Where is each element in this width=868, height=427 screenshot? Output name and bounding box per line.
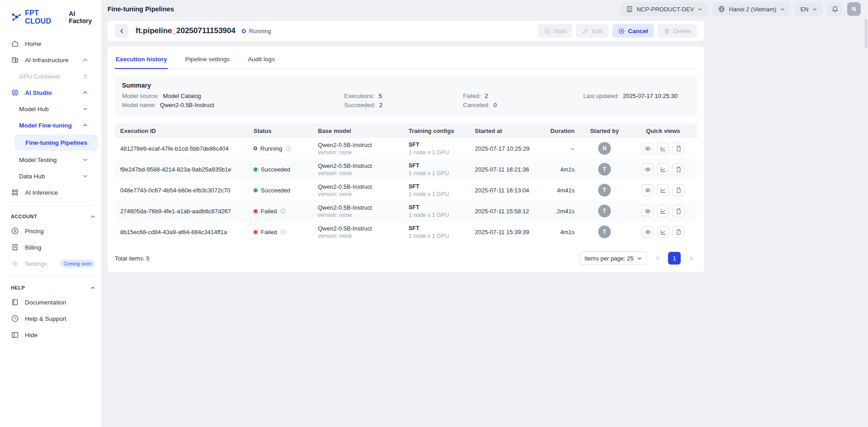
col-training-configs: Training configs: [403, 123, 469, 138]
tab-pipeline-settings[interactable]: Pipeline settings: [184, 51, 230, 69]
view-metrics-button[interactable]: [657, 163, 669, 175]
language-dropdown[interactable]: EN: [795, 2, 823, 16]
table-row[interactable]: 274605da-76b9-4fe1-a1ab-aadb6c87d267 Fai…: [115, 201, 697, 221]
user-avatar[interactable]: N: [847, 2, 861, 16]
table-row[interactable]: 481278e9-ecaf-47fe-b1cd-5bb7de86c404 Run…: [115, 138, 697, 159]
sidebar-item-hide[interactable]: Hide: [0, 327, 102, 343]
sidebar-item-home[interactable]: Home: [0, 35, 102, 52]
sidebar-item-gpu-container[interactable]: GPU Container: [0, 68, 102, 84]
summary-col-model: Model source: Model Catalog Model name: …: [122, 92, 344, 110]
info-icon[interactable]: [280, 208, 286, 214]
quick-views-cell: [629, 221, 697, 242]
notifications-button[interactable]: [827, 2, 843, 16]
base-model-cell: Qwen2-0.5B-Instructversion: none: [312, 159, 403, 180]
sidebar-item-label: Pricing: [25, 228, 95, 235]
cancel-button[interactable]: Cancel: [612, 24, 654, 38]
tab-audit-logs[interactable]: Audit logs: [247, 51, 276, 69]
sidebar-item-documentation[interactable]: Documentation: [0, 294, 102, 310]
sidebar-item-data-hub[interactable]: Data Hub: [0, 168, 102, 184]
view-metrics-button[interactable]: [657, 226, 669, 238]
training-config-cell: SFT1 node x 1 GPU: [403, 221, 469, 242]
started-by-cell: T: [580, 159, 629, 180]
next-page-button[interactable]: [685, 252, 697, 264]
summary-canceled: Canceled: 0: [463, 101, 583, 110]
sidebar-section-account[interactable]: ACCOUNT: [0, 210, 102, 223]
status-cell: Succeeded: [248, 180, 312, 201]
sidebar-item-model-hub[interactable]: Model Hub: [0, 101, 102, 117]
previous-page-button[interactable]: [652, 252, 663, 264]
value: 0: [493, 102, 497, 108]
bell-icon: [831, 5, 839, 13]
col-execution-id: Execution ID: [115, 123, 248, 138]
page-number-button[interactable]: 1: [668, 252, 681, 265]
view-metrics-button[interactable]: [657, 184, 669, 196]
view-logs-button[interactable]: [673, 184, 684, 196]
sidebar-item-model-testing[interactable]: Model Testing: [0, 152, 102, 168]
view-metrics-button[interactable]: [657, 142, 669, 154]
eye-icon: [644, 166, 651, 173]
user-avatar: T: [598, 226, 611, 238]
eye-icon: [644, 208, 651, 215]
sidebar-item-label: Model Fine-tuning: [19, 122, 81, 129]
gear-icon: [11, 260, 19, 268]
table-row[interactable]: 048e7743-0c67-4b54-b60e-efb3c3072c70 Suc…: [115, 180, 697, 201]
sidebar-item-ai-studio[interactable]: AI Studio: [0, 84, 102, 101]
sidebar-section-help[interactable]: HELP: [0, 281, 102, 294]
chevron-left-icon: [655, 255, 661, 261]
view-logs-button[interactable]: [673, 226, 684, 238]
back-button[interactable]: [115, 24, 128, 38]
file-icon: [675, 187, 682, 194]
duration-cell: 4m1s: [540, 159, 580, 180]
pipeline-detail-card: Execution history Pipeline settings Audi…: [107, 46, 704, 272]
status-label: Succeeded: [261, 187, 290, 194]
summary-title: Summary: [122, 82, 690, 89]
tenant-dropdown[interactable]: NCP-PRODUCT-DEV: [620, 2, 708, 16]
sidebar-item-fine-tuning-pipelines[interactable]: Fine-tuning Pipelines: [15, 134, 98, 151]
coming-soon-badge: Coming soon: [60, 260, 95, 268]
tab-execution-history[interactable]: Execution history: [115, 51, 168, 69]
started-by-cell: T: [580, 180, 629, 201]
eye-icon: [644, 145, 651, 152]
sidebar-item-pricing[interactable]: $ Pricing: [0, 223, 102, 239]
view-details-button[interactable]: [642, 184, 653, 196]
scrollbar-thumb[interactable]: [865, 19, 867, 48]
sidebar-item-help-support[interactable]: ? Help & Support: [0, 310, 102, 327]
sidebar-item-ai-inference[interactable]: AI Inference: [0, 184, 102, 201]
delete-button[interactable]: Delete: [658, 24, 697, 38]
sidebar-collapse-icon: [11, 331, 19, 339]
col-base-model: Base model: [312, 123, 403, 138]
sidebar-item-settings[interactable]: Settings Coming soon: [0, 255, 102, 272]
sidebar-item-label: Model Testing: [19, 157, 81, 163]
chevron-down-icon: [637, 256, 642, 261]
tabs: Execution history Pipeline settings Audi…: [115, 46, 697, 69]
training-config-cell: SFT1 node x 1 GPU: [403, 180, 469, 201]
chevron-down-icon: [81, 105, 89, 113]
view-details-button[interactable]: [642, 163, 653, 175]
table-row[interactable]: 8b15ec68-cd84-43a9-af84-884c3414ff1a Fai…: [115, 221, 697, 242]
view-logs-button[interactable]: [673, 205, 684, 217]
duration-cell: 4m41s: [540, 180, 580, 201]
training-config-cell: SFT1 node x 1 GPU: [403, 159, 469, 180]
table-row[interactable]: f9e247bd-9588-4214-823a-9ab25a935b1e Suc…: [115, 159, 697, 180]
sidebar-item-billing[interactable]: Billing: [0, 239, 102, 255]
view-metrics-button[interactable]: [657, 205, 669, 217]
sidebar-item-ai-infrastructure[interactable]: AI Infrastructure: [0, 52, 102, 68]
view-details-button[interactable]: [642, 205, 653, 217]
start-button[interactable]: Start: [538, 24, 573, 38]
region-dropdown[interactable]: Hanoi 2 (Vietnam): [712, 2, 790, 16]
items-per-page-dropdown[interactable]: Items per page: 25: [580, 251, 647, 265]
view-details-button[interactable]: [642, 226, 653, 238]
info-icon[interactable]: [285, 145, 292, 152]
user-avatar: T: [598, 205, 611, 217]
sidebar-item-label: AI Inference: [25, 189, 95, 196]
edit-button[interactable]: Edit: [576, 24, 608, 38]
info-icon[interactable]: [280, 229, 286, 235]
sidebar-item-label: Data Hub: [19, 173, 81, 180]
view-logs-button[interactable]: [673, 163, 684, 175]
brand[interactable]: FPT CLOUD AI Factory: [0, 0, 102, 33]
sidebar-item-model-fine-tuning[interactable]: Model Fine-tuning: [0, 117, 102, 133]
label: Failed:: [463, 93, 481, 99]
view-logs-button[interactable]: [673, 142, 684, 154]
training-config-cell: SFT1 node x 1 GPU: [403, 138, 469, 159]
view-details-button[interactable]: [642, 142, 653, 154]
